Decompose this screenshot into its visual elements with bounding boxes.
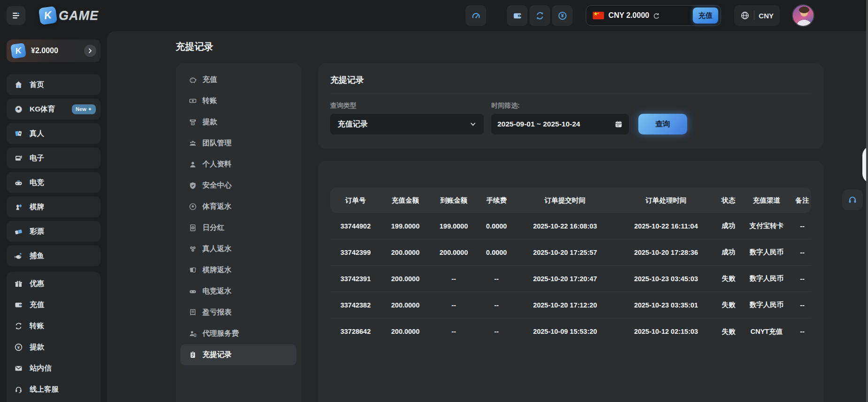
user-avatar[interactable] — [792, 4, 814, 27]
withdraw-quick-button[interactable]: ¥ — [552, 5, 573, 26]
sidebar-item-slots[interactable]: 电子 — [7, 148, 101, 168]
submenu-item-team[interactable]: 团队管理 — [180, 133, 296, 154]
cell-submit-time: 2025-10-20 17:20:47 — [515, 275, 615, 283]
submenu-item-chess-rebate[interactable]: 棋牌返水 — [180, 260, 296, 281]
sidebar: K ¥2.0000 首页 KG体育 New ✦ 真人 电子 电竞 — [0, 31, 107, 402]
time-filter-label: 时间筛选: — [491, 102, 629, 109]
cell-order-id: 33742382 — [330, 301, 381, 309]
query-type-label: 查询类型 — [330, 102, 484, 109]
gift-icon — [14, 279, 23, 288]
submenu-item-label: 充提记录 — [202, 350, 232, 360]
currency-selector[interactable]: ★★ CNY 2.0000 充值 — [586, 5, 721, 26]
submenu-item-profile[interactable]: 个人资料 — [180, 154, 296, 175]
query-type-group: 查询类型 充值记录 — [330, 102, 484, 134]
search-button[interactable]: 查询 — [638, 114, 687, 134]
sidebar-item-label: 转账 — [30, 321, 44, 331]
divider — [754, 11, 754, 20]
scrollbar[interactable] — [866, 0, 868, 402]
cell-amount: 200.0000 — [381, 249, 430, 256]
wallet-quick-button[interactable] — [507, 5, 527, 26]
submenu-item-transfer[interactable]: 转账 — [180, 90, 296, 111]
filter-row: 查询类型 充值记录 时间筛选: 2025-09-01 ~ 2025-10-24 — [330, 102, 811, 134]
cell-remark: -- — [793, 222, 811, 230]
sidebar-item-deposit[interactable]: 充值 — [7, 294, 101, 315]
yen-circle-icon: ¥ — [14, 343, 23, 352]
query-type-select[interactable]: 充值记录 — [330, 114, 484, 134]
cell-credited: 199.0000 — [430, 222, 478, 230]
menu-toggle-button[interactable] — [7, 6, 25, 25]
cell-amount: 200.0000 — [381, 328, 430, 335]
chevron-right-icon[interactable] — [84, 45, 96, 57]
china-flag-icon: ★★ — [593, 12, 604, 19]
cell-fee: -- — [478, 328, 515, 335]
logo-text: GAME — [59, 8, 99, 23]
balance-card[interactable]: K ¥2.0000 — [7, 39, 101, 62]
submenu-item-deposit[interactable]: 充值 — [180, 69, 296, 90]
dividend-icon — [189, 224, 197, 232]
column-header: 订单号 — [330, 196, 381, 205]
submenu-item-label: 真人返水 — [202, 244, 232, 254]
submenu-item-sports-rebate[interactable]: 体育返水 — [180, 196, 296, 217]
sidebar-item-kg-sports[interactable]: KG体育 New ✦ — [7, 99, 101, 119]
sidebar-item-lottery[interactable]: 彩票 — [7, 221, 101, 242]
refresh-icon[interactable] — [652, 12, 659, 19]
sidebar-item-withdraw[interactable]: ¥ 提款 — [7, 337, 101, 358]
sidebar-item-live-casino[interactable]: 真人 — [7, 123, 101, 144]
sidebar-item-transfer[interactable]: 转账 — [7, 315, 101, 337]
submenu-item-label: 日分红 — [202, 223, 225, 233]
cell-submit-time: 2025-10-20 17:12:20 — [515, 301, 615, 309]
submenu-item-daily-dividend[interactable]: 日分红 — [180, 217, 296, 238]
date-range-value: 2025-09-01 ~ 2025-10-24 — [497, 120, 580, 128]
submenu-item-esports-rebate[interactable]: 电竞返水 — [180, 281, 296, 302]
topup-button[interactable]: 充值 — [693, 8, 718, 24]
cell-submit-time: 2025-10-22 16:08:03 — [515, 222, 615, 230]
submenu-item-security[interactable]: 安全中心 — [180, 175, 296, 196]
submenu-item-pl-report[interactable]: 盈亏报表 — [180, 302, 296, 323]
cell-status: 成功 — [717, 221, 740, 230]
speed-gauge-button[interactable] — [465, 5, 486, 26]
filter-card: 充提记录 查询类型 充值记录 时间筛选: 2025-09-01 ~ 2025-1… — [318, 63, 823, 149]
sidebar-item-label: 线上客服 — [30, 385, 59, 394]
language-selector[interactable]: CNY — [734, 5, 780, 26]
sidebar-item-label: 电子 — [30, 153, 44, 163]
submenu-item-withdraw[interactable]: 提款 — [180, 111, 296, 133]
submenu-item-label: 体育返水 — [202, 202, 232, 212]
sidebar-item-label: 首页 — [30, 80, 44, 90]
table-row: 33742391 200.0000 -- -- 2025-10-20 17:20… — [330, 266, 811, 292]
cell-order-id: 33728642 — [330, 328, 381, 335]
cell-process-time: 2025-10-20 17:28:36 — [615, 249, 717, 256]
cell-process-time: 2025-10-12 02:15:03 — [615, 328, 717, 335]
cell-process-time: 2025-10-23 03:45:03 — [615, 275, 717, 283]
circular-arrows-icon — [14, 322, 23, 331]
sidebar-item-messages[interactable]: 站内信 — [7, 358, 101, 379]
time-filter-group: 时间筛选: 2025-09-01 ~ 2025-10-24 — [491, 102, 629, 134]
column-header: 订单提交时间 — [515, 196, 615, 205]
submenu-item-live-rebate[interactable]: 真人返水 — [180, 238, 296, 260]
sidebar-item-fishing[interactable]: 捕鱼 — [7, 245, 101, 266]
circular-arrows-icon — [535, 11, 545, 21]
column-header: 订单处理时间 — [615, 196, 717, 205]
clipboard-icon — [189, 351, 197, 359]
submenu-item-label: 提款 — [202, 117, 217, 127]
cell-channel: 数字人民币 — [740, 248, 793, 257]
svg-text:¥: ¥ — [561, 13, 564, 18]
submenu-item-label: 个人资料 — [202, 159, 232, 169]
date-range-input[interactable]: 2025-09-01 ~ 2025-10-24 — [491, 114, 629, 134]
floating-support-button[interactable] — [842, 189, 863, 210]
yen-circle-icon: ¥ — [558, 11, 567, 21]
sidebar-item-chess[interactable]: 棋牌 — [7, 197, 101, 217]
table-header-row: 订单号 充值金额 到账金额 手续费 订单提交时间 订单处理时间 状态 充值渠道 … — [330, 188, 811, 213]
sidebar-item-esports[interactable]: 电竞 — [7, 172, 101, 193]
submenu-item-records[interactable]: 充提记录 — [180, 344, 296, 365]
sidebar-item-home[interactable]: 首页 — [7, 74, 101, 95]
transfer-quick-button[interactable] — [529, 5, 550, 26]
sidebar-item-promotions[interactable]: 优惠 — [7, 273, 101, 294]
submenu-item-agent-fee[interactable]: 代理服务费 — [180, 323, 296, 344]
cell-channel: 数字人民币 — [740, 274, 793, 283]
sidebar-item-online-support[interactable]: 线上客服 — [7, 379, 101, 400]
user-icon — [189, 160, 197, 168]
chevron-down-icon — [470, 121, 476, 127]
cell-remark: -- — [793, 275, 811, 283]
brand-logo[interactable]: K GAME — [39, 7, 99, 24]
wallet-icon — [14, 300, 23, 309]
